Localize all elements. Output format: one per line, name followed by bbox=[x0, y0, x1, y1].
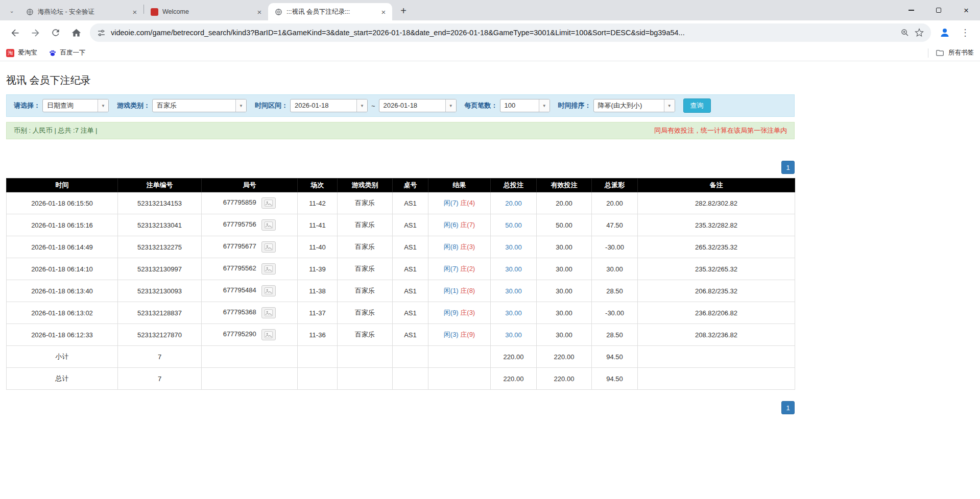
chevron-down-icon[interactable]: ▼ bbox=[664, 99, 675, 112]
cell-payout: 20.00 bbox=[592, 192, 638, 214]
tab-welcome[interactable]: Welcome × bbox=[144, 3, 268, 20]
total-label: 总计 bbox=[7, 368, 118, 390]
round-detail-icon[interactable] bbox=[261, 329, 276, 340]
cell-payout: -30.00 bbox=[592, 302, 638, 324]
date-start-select[interactable]: 2026-01-18 ▼ bbox=[290, 99, 368, 112]
cell-total-bet[interactable]: 30.00 bbox=[491, 280, 537, 302]
cell-result: 闲(6) 庄(7) bbox=[428, 214, 491, 236]
game-type-select[interactable]: 百家乐 ▼ bbox=[152, 99, 247, 112]
total-bet-link[interactable]: 30.00 bbox=[505, 243, 522, 251]
round-detail-icon[interactable] bbox=[261, 307, 276, 318]
close-icon: × bbox=[964, 6, 969, 15]
round-detail-icon[interactable] bbox=[261, 263, 276, 275]
reload-button[interactable] bbox=[46, 23, 65, 42]
total-bet-link[interactable]: 30.00 bbox=[505, 331, 522, 339]
cell-payout: -30.00 bbox=[592, 236, 638, 258]
cell-result: 闲(7) 庄(4) bbox=[428, 192, 491, 214]
footer-empty bbox=[428, 368, 491, 390]
total-bet-link[interactable]: 20.00 bbox=[505, 199, 522, 207]
cell-session: 11-40 bbox=[298, 236, 338, 258]
bookmark-taobao[interactable]: 淘 爱淘宝 bbox=[6, 48, 37, 57]
cell-session: 11-39 bbox=[298, 258, 338, 280]
cell-valid-bet: 30.00 bbox=[537, 258, 592, 280]
cell-total-bet[interactable]: 30.00 bbox=[491, 302, 537, 324]
cell-table-no: AS1 bbox=[393, 192, 428, 214]
sort-select[interactable]: 降幂(由大到小) ▼ bbox=[593, 99, 675, 112]
cell-time: 2026-01-18 06:13:02 bbox=[7, 302, 118, 324]
cell-bet-id: 523132132275 bbox=[118, 236, 202, 258]
home-button[interactable] bbox=[66, 23, 86, 42]
per-page-select[interactable]: 100 ▼ bbox=[500, 99, 550, 112]
cell-table-no: AS1 bbox=[393, 280, 428, 302]
round-detail-icon[interactable] bbox=[261, 285, 276, 296]
tab-search-button[interactable]: ⌄ bbox=[5, 4, 18, 17]
back-button[interactable] bbox=[5, 23, 25, 42]
cell-total-bet[interactable]: 30.00 bbox=[491, 324, 537, 346]
tab-close-icon[interactable]: × bbox=[379, 7, 388, 16]
query-button[interactable]: 查询 bbox=[683, 98, 711, 113]
bookmark-star-icon[interactable] bbox=[915, 28, 924, 37]
round-detail-icon[interactable] bbox=[261, 219, 276, 231]
total-bet-link[interactable]: 30.00 bbox=[505, 287, 522, 295]
total-bet-link[interactable]: 30.00 bbox=[505, 265, 522, 273]
cell-total-bet[interactable]: 30.00 bbox=[491, 236, 537, 258]
all-bookmarks[interactable]: 所有书签 bbox=[928, 48, 974, 58]
result-player: 闲(7) bbox=[444, 199, 459, 207]
tab-bet-records-active[interactable]: :::视讯 会员下注纪录::: × bbox=[268, 3, 392, 20]
address-bar[interactable]: videoie.com/game/betrecord_search/kind3?… bbox=[90, 23, 931, 42]
cell-total-bet[interactable]: 20.00 bbox=[491, 192, 537, 214]
maximize-button[interactable] bbox=[925, 0, 952, 20]
total-bet-link[interactable]: 50.00 bbox=[505, 221, 522, 229]
query-type-select[interactable]: 日期查询 ▼ bbox=[42, 99, 109, 112]
header-time: 时间 bbox=[7, 179, 118, 192]
profile-avatar[interactable] bbox=[935, 23, 954, 42]
zoom-icon[interactable] bbox=[900, 28, 910, 37]
subtotal-total-bet: 220.00 bbox=[491, 346, 537, 368]
result-player: 闲(9) bbox=[444, 309, 459, 316]
chevron-down-icon[interactable]: ▼ bbox=[235, 99, 246, 112]
cell-session: 11-38 bbox=[298, 280, 338, 302]
menu-icon[interactable]: ⋮ bbox=[955, 23, 975, 42]
cell-bet-id: 523132134153 bbox=[118, 192, 202, 214]
header-note: 备注 bbox=[638, 179, 795, 192]
close-button[interactable]: × bbox=[952, 0, 980, 20]
round-detail-icon[interactable] bbox=[261, 197, 276, 209]
subtotal-label: 小计 bbox=[7, 346, 118, 368]
result-banker: 庄(4) bbox=[460, 199, 475, 207]
cell-total-bet[interactable]: 30.00 bbox=[491, 258, 537, 280]
cell-payout: 28.50 bbox=[592, 280, 638, 302]
chevron-down-icon[interactable]: ▼ bbox=[98, 99, 108, 112]
header-payout: 总派彩 bbox=[592, 179, 638, 192]
cell-result: 闲(9) 庄(3) bbox=[428, 302, 491, 324]
header-result: 结果 bbox=[428, 179, 491, 192]
page-button-1[interactable]: 1 bbox=[781, 161, 795, 174]
tab-close-icon[interactable]: × bbox=[255, 7, 264, 16]
query-type-value: 日期查询 bbox=[43, 99, 98, 112]
bookmark-baidu[interactable]: 百度一下 bbox=[49, 48, 86, 57]
url-text[interactable]: videoie.com/game/betrecord_search/kind3?… bbox=[111, 29, 895, 37]
chevron-down-icon[interactable]: ▼ bbox=[539, 99, 549, 112]
cell-bet-id: 523132127870 bbox=[118, 324, 202, 346]
result-banker: 庄(2) bbox=[460, 265, 475, 272]
game-type-value: 百家乐 bbox=[153, 99, 235, 112]
table-row: 2026-01-18 06:14:49 523132132275 6777956… bbox=[7, 236, 795, 258]
page-title: 视讯 会员下注纪录 bbox=[6, 73, 795, 87]
chevron-down-icon[interactable]: ▼ bbox=[445, 99, 456, 112]
footer-empty bbox=[393, 346, 428, 368]
cell-round-id: 677795484 bbox=[202, 280, 298, 302]
chevron-down-icon[interactable]: ▼ bbox=[356, 99, 367, 112]
cell-bet-id: 523132130093 bbox=[118, 280, 202, 302]
cell-total-bet[interactable]: 50.00 bbox=[491, 214, 537, 236]
total-bet-link[interactable]: 30.00 bbox=[505, 309, 522, 317]
forward-button[interactable] bbox=[26, 23, 45, 42]
new-tab-button[interactable]: + bbox=[396, 4, 411, 18]
cell-valid-bet: 30.00 bbox=[537, 236, 592, 258]
minimize-button[interactable] bbox=[897, 0, 925, 20]
total-valid-bet: 220.00 bbox=[537, 368, 592, 390]
round-detail-icon[interactable] bbox=[261, 241, 276, 253]
date-end-select[interactable]: 2026-01-18 ▼ bbox=[379, 99, 457, 112]
page-button-1[interactable]: 1 bbox=[781, 401, 795, 414]
tab-forum[interactable]: 海燕论坛 - 安全验证 × bbox=[19, 3, 144, 20]
site-info-icon[interactable] bbox=[97, 29, 106, 37]
tab-close-icon[interactable]: × bbox=[130, 7, 139, 16]
